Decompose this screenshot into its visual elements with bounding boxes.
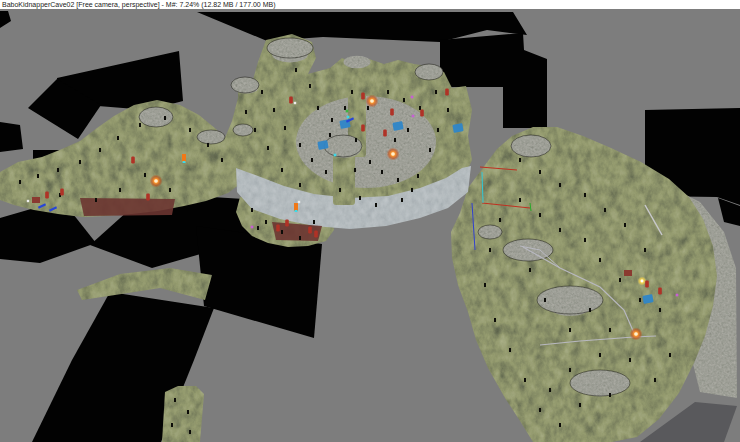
creature-silhouette[interactable] [187, 410, 189, 414]
creature-silhouette[interactable] [387, 90, 389, 94]
entity-cyan-dot[interactable] [334, 154, 337, 157]
entity-red-figure[interactable] [361, 125, 365, 132]
creature-silhouette[interactable] [569, 368, 571, 372]
creature-silhouette[interactable] [221, 158, 223, 162]
creature-silhouette[interactable] [174, 398, 176, 402]
creature-silhouette[interactable] [339, 188, 341, 192]
creature-silhouette[interactable] [584, 193, 586, 197]
creature-silhouette[interactable] [267, 146, 269, 150]
creature-silhouette[interactable] [313, 220, 315, 224]
entity-red-figure[interactable] [285, 220, 289, 227]
creature-silhouette[interactable] [369, 160, 371, 164]
creature-silhouette[interactable] [375, 203, 377, 207]
creature-silhouette[interactable] [437, 128, 439, 132]
entity-magenta-dot[interactable] [676, 294, 679, 297]
entity-red-figure[interactable] [308, 227, 312, 234]
creature-silhouette[interactable] [519, 158, 521, 162]
creature-silhouette[interactable] [489, 248, 491, 252]
entity-red-figure[interactable] [420, 110, 424, 117]
scene-svg[interactable] [0, 9, 740, 442]
creature-silhouette[interactable] [254, 128, 256, 132]
creature-silhouette[interactable] [79, 160, 81, 164]
creature-silhouette[interactable] [584, 238, 586, 242]
creature-silhouette[interactable] [524, 378, 526, 382]
viewport-3d[interactable] [0, 9, 740, 442]
entity-red-figure[interactable] [658, 288, 662, 295]
entity-magenta-dot[interactable] [412, 115, 415, 118]
creature-silhouette[interactable] [261, 90, 263, 94]
entity-red-figure[interactable] [45, 192, 49, 199]
creature-silhouette[interactable] [284, 126, 286, 130]
entity-red-figure[interactable] [131, 157, 135, 164]
creature-silhouette[interactable] [273, 108, 275, 112]
entity-red-figure[interactable] [60, 189, 64, 196]
creature-silhouette[interactable] [654, 378, 656, 382]
creature-silhouette[interactable] [354, 168, 356, 172]
creature-silhouette[interactable] [207, 143, 209, 147]
creature-silhouette[interactable] [539, 213, 541, 217]
creature-silhouette[interactable] [37, 174, 39, 178]
entity-orange-figure[interactable] [182, 154, 186, 162]
creature-silhouette[interactable] [559, 423, 561, 427]
creature-silhouette[interactable] [311, 158, 313, 162]
creature-silhouette[interactable] [265, 220, 267, 224]
creature-silhouette[interactable] [281, 230, 283, 234]
creature-silhouette[interactable] [117, 136, 119, 140]
creature-silhouette[interactable] [599, 258, 601, 262]
entity-magenta-dot[interactable] [251, 226, 254, 229]
creature-silhouette[interactable] [644, 248, 646, 252]
creature-silhouette[interactable] [544, 298, 546, 302]
creature-silhouette[interactable] [251, 208, 253, 212]
creature-silhouette[interactable] [351, 90, 353, 94]
creature-silhouette[interactable] [164, 116, 166, 120]
creature-silhouette[interactable] [539, 408, 541, 412]
entity-red-figure[interactable] [146, 194, 150, 201]
creature-silhouette[interactable] [559, 228, 561, 232]
creature-silhouette[interactable] [639, 298, 641, 302]
creature-silhouette[interactable] [609, 328, 611, 332]
creature-silhouette[interactable] [331, 118, 333, 122]
creature-silhouette[interactable] [429, 148, 431, 152]
creature-silhouette[interactable] [599, 353, 601, 357]
creature-silhouette[interactable] [419, 106, 421, 110]
entity-white-dot[interactable] [27, 200, 29, 202]
creature-silhouette[interactable] [299, 183, 301, 187]
entity-blue-box[interactable] [392, 121, 403, 131]
creature-silhouette[interactable] [295, 68, 297, 72]
creature-silhouette[interactable] [359, 196, 361, 200]
creature-silhouette[interactable] [171, 423, 173, 427]
terrain-blob[interactable] [162, 386, 204, 442]
title-bar[interactable]: BaboKidnapperCave02 [Free camera, perspe… [0, 0, 740, 9]
creature-silhouette[interactable] [19, 180, 21, 184]
creature-silhouette[interactable] [57, 168, 59, 172]
entity-red-figure[interactable] [314, 231, 318, 238]
creature-silhouette[interactable] [619, 278, 621, 282]
entity-cyan-dot[interactable] [347, 116, 350, 119]
creature-silhouette[interactable] [403, 98, 405, 102]
creature-silhouette[interactable] [189, 430, 191, 434]
entity-maroon-box[interactable] [624, 270, 632, 276]
creature-silhouette[interactable] [245, 110, 247, 114]
creature-silhouette[interactable] [411, 188, 413, 192]
creature-silhouette[interactable] [447, 108, 449, 112]
creature-silhouette[interactable] [629, 358, 631, 362]
creature-silhouette[interactable] [99, 148, 101, 152]
creature-silhouette[interactable] [519, 198, 521, 202]
entity-red-figure[interactable] [445, 89, 449, 96]
entity-blue-box[interactable] [317, 140, 328, 150]
creature-silhouette[interactable] [417, 174, 419, 178]
creature-silhouette[interactable] [144, 173, 146, 177]
creature-silhouette[interactable] [509, 348, 511, 352]
creature-silhouette[interactable] [397, 178, 399, 182]
creature-silhouette[interactable] [579, 403, 581, 407]
entity-red-figure[interactable] [289, 97, 293, 104]
entity-white-dot[interactable] [294, 102, 296, 104]
creature-silhouette[interactable] [325, 170, 327, 174]
creature-silhouette[interactable] [329, 133, 331, 137]
creature-silhouette[interactable] [494, 318, 496, 322]
creature-silhouette[interactable] [559, 183, 561, 187]
creature-silhouette[interactable] [317, 106, 319, 110]
creature-silhouette[interactable] [309, 84, 311, 88]
creature-silhouette[interactable] [529, 268, 531, 272]
entity-green-dot[interactable] [346, 110, 349, 113]
